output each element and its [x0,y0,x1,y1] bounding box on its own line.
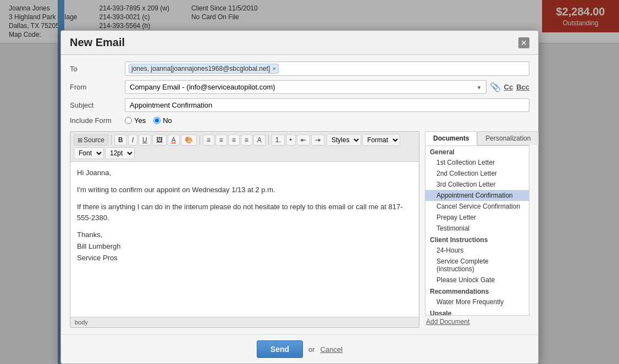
source-icon: ⊞ [78,137,82,144]
doc-water-more[interactable]: Water More Frequently [425,296,529,307]
no-radio[interactable] [153,117,161,124]
doc-1st-collection[interactable]: 1st Collection Letter [425,157,529,168]
editor-line6: Service Pros [77,253,412,264]
source-label: Source [84,136,104,144]
to-row: To jones, joanna[joannajones1968@sbcglob… [70,61,529,76]
docs-panel: Documents Personalization General 1st Co… [425,131,529,328]
cancel-button[interactable]: Cancel [320,345,342,354]
editor-line4: Thanks, [77,229,412,241]
docs-tabs: Documents Personalization [425,131,529,145]
send-button[interactable]: Send [257,340,303,358]
to-tag-close[interactable]: × [272,65,275,72]
to-label: To [70,65,119,73]
separator1 [111,135,112,145]
from-select-wrap: Company Email - (info@serviceautopilot.c… [125,80,487,94]
editor-container: ⊞ Source B I U 🖼 [70,131,529,328]
format-select[interactable]: Format [362,134,400,146]
separator3 [268,135,269,145]
source-button[interactable]: ⊞ Source [74,135,108,145]
font-color-icon: A [172,136,176,144]
editor-toolbar: ⊞ Source B I U 🖼 [70,132,419,162]
font-color-button[interactable]: A [168,135,180,145]
editor-line3: If there is anything I can do in the int… [77,201,412,225]
doc-appointment-confirmation[interactable]: Appointment Confirmation [425,190,529,201]
separator2 [200,135,200,145]
to-field-wrap: jones, joanna[joannajones1968@sbcglobal.… [125,61,529,76]
from-label: From [70,83,119,91]
new-email-modal: New Email ✕ To jones, joanna[joannajones… [60,30,539,364]
no-option[interactable]: No [153,116,172,125]
font-select[interactable]: Font [74,147,104,159]
subject-input[interactable] [125,98,529,112]
subject-field-wrap [125,98,529,112]
add-document-link[interactable]: Add Document [425,316,529,328]
bcc-button[interactable]: Bcc [516,83,529,91]
doc-3rd-collection[interactable]: 3rd Collection Letter [425,179,529,190]
modal-body: To jones, joanna[joannajones1968@sbcglob… [61,55,538,334]
group-upsale: Upsale [425,307,529,316]
doc-service-complete[interactable]: Service Complete (instructions) [425,256,529,275]
image-button[interactable]: 🖼 [152,135,167,145]
modal-title: New Email [70,36,125,49]
underline-button[interactable]: U [139,135,151,145]
align-right-button[interactable]: ≡ [228,135,240,145]
align-left-button[interactable]: ≡ [203,135,214,145]
to-tag-text: jones, joanna[joannajones1968@sbcglobal.… [131,65,270,72]
subject-row: Subject [70,98,529,112]
palette-icon: 🎨 [185,136,193,144]
doc-2nd-collection[interactable]: 2nd Collection Letter [425,168,529,179]
group-recommendations: Recommendations [425,285,529,296]
doc-testimonial[interactable]: Testimonial [425,223,529,234]
cc-button[interactable]: Cc [504,83,513,91]
yes-label: Yes [134,116,146,125]
documents-tab[interactable]: Documents [425,131,477,145]
yes-radio[interactable] [125,117,132,124]
doc-cancel-service[interactable]: Cancel Service Confirmation [425,201,529,212]
editor-wrap: ⊞ Source B I U 🖼 [70,131,419,328]
size-select[interactable]: 12pt [105,147,135,159]
bold-button[interactable]: B [114,135,127,145]
attach-icon: 📎 [490,82,501,92]
doc-24-hours[interactable]: 24-Hours [425,245,529,256]
or-text: or [308,345,315,354]
align-center-button[interactable]: ≡ [215,135,227,145]
italic-button[interactable]: I [128,135,137,145]
doc-prepay-letter[interactable]: Prepay Letter [425,212,529,223]
more-colors-button[interactable]: 🎨 [181,135,197,145]
editor-content[interactable]: Hi Joanna, I'm writing to confirm our ap… [70,162,419,317]
from-row: From Company Email - (info@serviceautopi… [70,80,529,94]
from-field-wrap: Company Email - (info@serviceautopilot.c… [125,80,529,94]
group-general: General [425,146,529,157]
text-highlight-icon: A [257,136,262,144]
group-client-instructions: Client Instructions [425,234,529,245]
unordered-list-button[interactable]: • [286,135,296,145]
close-button[interactable]: ✕ [518,37,529,48]
doc-unlock-gate[interactable]: Please Unlock Gate [425,275,529,285]
to-tag: jones, joanna[joannajones1968@sbcglobal.… [129,64,279,74]
include-form-row: Include Form Yes No [70,116,529,125]
justify-button[interactable]: ≡ [241,135,252,145]
from-select[interactable]: Company Email - (info@serviceautopilot.c… [125,80,487,94]
format-color-button[interactable]: A [253,135,266,145]
no-label: No [163,116,172,125]
ordered-list-button[interactable]: 1. [272,135,285,145]
editor-status: body [70,317,419,327]
from-right-actions: 📎 Cc Bcc [490,82,529,92]
styles-select[interactable]: Styles [327,134,361,146]
docs-list: General 1st Collection Letter 2nd Collec… [425,145,529,316]
image-icon: 🖼 [156,136,163,144]
editor-line1: Hi Joanna, [77,167,412,179]
increase-indent-button[interactable]: ⇥ [311,135,324,145]
personalization-tab[interactable]: Personalization [477,131,539,145]
subject-label: Subject [70,101,119,109]
include-form-label: Include Form [70,116,119,125]
modal-footer: Send or Cancel [61,334,538,363]
editor-line2: I'm writing to confirm our appoint on We… [77,184,412,196]
modal-header: New Email ✕ [61,31,538,55]
editor-line5: Bill Lumbergh [77,241,412,253]
to-field[interactable]: jones, joanna[joannajones1968@sbcglobal.… [125,61,529,76]
include-form-options: Yes No [125,116,172,125]
decrease-indent-button[interactable]: ⇤ [297,135,310,145]
yes-option[interactable]: Yes [125,116,146,125]
